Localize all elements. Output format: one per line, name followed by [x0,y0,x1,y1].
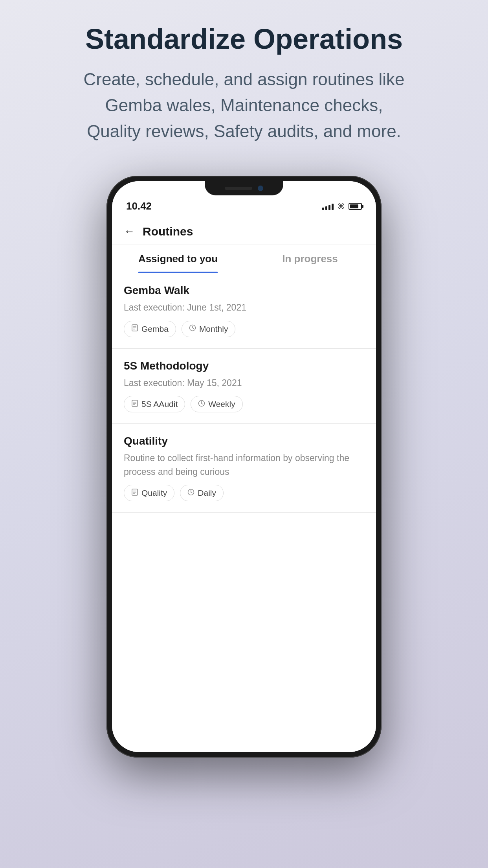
tag-daily: Daily [180,485,224,501]
signal-bar-3 [328,205,330,210]
routines-list: Gemba Walk Last execution: June 1st, 202… [112,273,376,513]
tab-assigned-to-you[interactable]: Assigned to you [112,245,244,273]
tag-category-icon [131,324,138,333]
routine-tags-gemba: Gemba Monthly [124,321,364,337]
svg-line-13 [202,403,203,404]
phone-screen: 10.42 ⌘ ← [112,181,376,752]
notch-camera [258,186,263,191]
tag-weekly-label: Weekly [208,399,235,409]
signal-bars-icon [322,203,334,210]
tag-quality-label: Quality [141,488,167,498]
tag-category-icon-quality [131,489,138,498]
tag-schedule-icon [189,324,196,333]
page-title: Standardize Operations [83,24,405,55]
page-header: Standardize Operations Create, schedule,… [67,24,421,144]
routine-card-gemba-walk[interactable]: Gemba Walk Last execution: June 1st, 202… [112,273,376,349]
tag-schedule-icon-5s [198,400,205,409]
notch-speaker [225,187,252,190]
nav-title: Routines [143,225,193,238]
routine-last-exec-5s: Last execution: May 15, 2021 [124,376,364,390]
app-content: ← Routines Assigned to you In progress [112,217,376,752]
page-subtitle: Create, schedule, and assign routines li… [83,66,405,144]
routine-tags-5s: 5S AAudit Weekly [124,396,364,412]
wifi-icon: ⌘ [338,202,345,211]
battery-fill [350,204,358,208]
tab-in-progress[interactable]: In progress [244,245,376,273]
tag-monthly: Monthly [182,321,236,337]
routine-card-quatility[interactable]: Quatility Routine to collect first-hand … [112,424,376,513]
routine-name-gemba-walk: Gemba Walk [124,284,364,297]
tag-gemba: Gemba [124,321,176,337]
svg-line-20 [191,492,192,493]
tag-weekly: Weekly [191,396,242,412]
signal-bar-4 [332,204,334,210]
routine-card-5s[interactable]: 5S Methodology Last execution: May 15, 2… [112,349,376,424]
tag-5s-aaudit: 5S AAudit [124,396,185,412]
routine-desc-quatility: Routine to collect first-hand informatio… [124,451,364,478]
routine-last-exec-gemba: Last execution: June 1st, 2021 [124,301,364,314]
phone-notch [205,181,283,195]
phone-mockup: 10.42 ⌘ ← [106,176,382,758]
signal-bar-1 [322,208,324,210]
routine-name-quatility: Quatility [124,435,364,447]
nav-bar: ← Routines [112,217,376,245]
tag-category-icon-5s [131,400,138,409]
tag-gemba-label: Gemba [141,324,169,334]
tag-5s-label: 5S AAudit [141,399,178,409]
tag-quality: Quality [124,485,174,501]
svg-line-6 [193,328,194,329]
routine-name-5s: 5S Methodology [124,360,364,372]
routine-tags-quatility: Quality Daily [124,485,364,501]
tag-schedule-icon-quality [187,489,194,498]
back-button[interactable]: ← [124,225,135,238]
phone-frame: 10.42 ⌘ ← [106,176,382,758]
tag-monthly-label: Monthly [199,324,228,334]
status-time: 10.42 [126,200,152,212]
tag-daily-label: Daily [198,488,216,498]
tabs-container: Assigned to you In progress [112,245,376,273]
status-icons: ⌘ [322,202,362,211]
signal-bar-2 [325,206,327,210]
battery-icon [349,203,362,210]
